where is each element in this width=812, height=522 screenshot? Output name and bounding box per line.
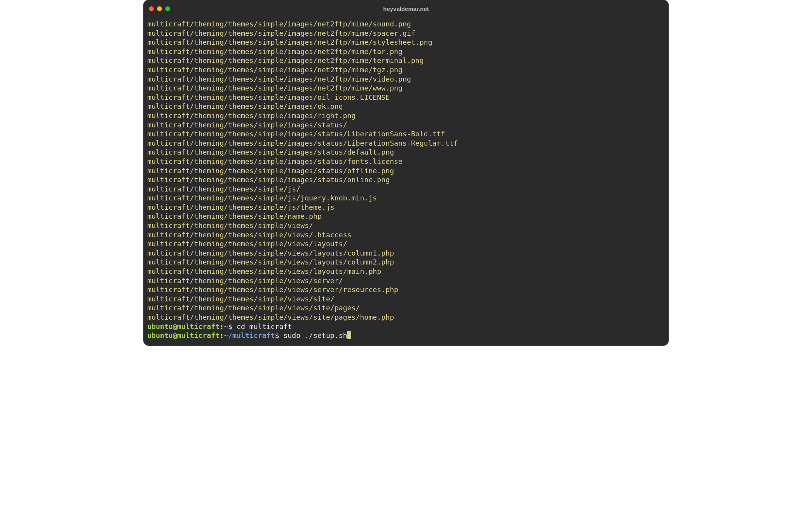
- output-line: multicraft/theming/themes/simple/views/s…: [147, 313, 665, 322]
- prompt-dollar: $: [275, 331, 284, 339]
- output-line: multicraft/theming/themes/simple/images/…: [147, 38, 665, 47]
- output-line: multicraft/theming/themes/simple/images/…: [147, 157, 665, 166]
- prompt-path: ~/multicraft: [224, 331, 275, 339]
- prompt-colon: :: [220, 331, 224, 339]
- prompt-host: multicraft: [177, 331, 220, 339]
- output-line: multicraft/theming/themes/simple/images/…: [147, 65, 665, 75]
- cursor-icon: [347, 331, 351, 339]
- output-line: multicraft/theming/themes/simple/views/l…: [147, 249, 665, 258]
- prompt-dollar: $: [228, 322, 237, 331]
- output-line: multicraft/theming/themes/simple/views/s…: [147, 276, 665, 285]
- terminal-window: heyvaldemar.net multicraft/theming/theme…: [143, 0, 669, 346]
- prompt-at: @: [173, 322, 177, 331]
- output-line: multicraft/theming/themes/simple/views/l…: [147, 267, 665, 276]
- output-line: multicraft/theming/themes/simple/views/s…: [147, 285, 665, 294]
- prompt-host: multicraft: [177, 322, 220, 331]
- prompt-command: cd multicraft: [237, 322, 292, 331]
- output-line: multicraft/theming/themes/simple/images/…: [147, 19, 665, 29]
- prompt-path: ~: [224, 322, 228, 331]
- prompt-user: ubuntu: [147, 331, 173, 339]
- terminal-body[interactable]: multicraft/theming/themes/simple/images/…: [143, 17, 669, 346]
- prompt-user: ubuntu: [147, 322, 173, 331]
- output-line: multicraft/theming/themes/simple/images/…: [147, 75, 665, 84]
- output-line: multicraft/theming/themes/simple/images/…: [147, 102, 665, 111]
- prompt-line: ubuntu@multicraft:~/multicraft$ sudo ./s…: [147, 331, 665, 340]
- output-line: multicraft/theming/themes/simple/name.ph…: [147, 212, 665, 221]
- output-line: multicraft/theming/themes/simple/images/…: [147, 111, 665, 120]
- output-line: multicraft/theming/themes/simple/images/…: [147, 29, 665, 38]
- output-line: multicraft/theming/themes/simple/views/.…: [147, 230, 665, 240]
- output-line: multicraft/theming/themes/simple/js/: [147, 184, 665, 194]
- output-line: multicraft/theming/themes/simple/images/…: [147, 93, 665, 102]
- window-title: heyvaldemar.net: [143, 5, 669, 12]
- output-line: multicraft/theming/themes/simple/images/…: [147, 56, 665, 65]
- output-line: multicraft/theming/themes/simple/js/them…: [147, 203, 665, 212]
- output-line: multicraft/theming/themes/simple/images/…: [147, 166, 665, 176]
- output-line: multicraft/theming/themes/simple/images/…: [147, 139, 665, 148]
- output-line: multicraft/theming/themes/simple/views/s…: [147, 303, 665, 313]
- prompt-colon: :: [220, 322, 224, 331]
- minimize-icon[interactable]: [157, 6, 162, 11]
- output-line: multicraft/theming/themes/simple/images/…: [147, 84, 665, 93]
- output-line: multicraft/theming/themes/simple/images/…: [147, 175, 665, 184]
- output-line: multicraft/theming/themes/simple/images/…: [147, 129, 665, 139]
- window-controls: [149, 6, 170, 11]
- output-line: multicraft/theming/themes/simple/views/l…: [147, 239, 665, 249]
- prompt-line: ubuntu@multicraft:~$ cd multicraft: [147, 322, 665, 331]
- close-icon[interactable]: [149, 6, 154, 11]
- output-line: multicraft/theming/themes/simple/views/s…: [147, 294, 665, 304]
- output-line: multicraft/theming/themes/simple/images/…: [147, 47, 665, 56]
- output-line: multicraft/theming/themes/simple/images/…: [147, 120, 665, 130]
- output-line: multicraft/theming/themes/simple/js/jque…: [147, 193, 665, 203]
- prompt-at: @: [173, 331, 177, 339]
- maximize-icon[interactable]: [165, 6, 170, 11]
- output-line: multicraft/theming/themes/simple/views/l…: [147, 258, 665, 267]
- titlebar[interactable]: heyvaldemar.net: [143, 0, 669, 17]
- output-line: multicraft/theming/themes/simple/views/: [147, 221, 665, 230]
- prompt-command: sudo ./setup.sh: [283, 331, 347, 339]
- output-line: multicraft/theming/themes/simple/images/…: [147, 148, 665, 157]
